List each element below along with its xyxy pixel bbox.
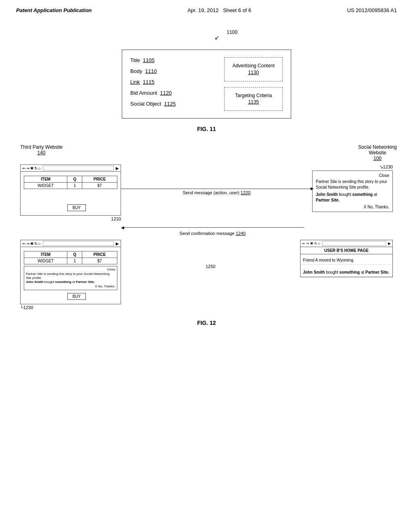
fig12-label: FIG. 12 — [12, 320, 401, 326]
confirmation-label: Send confirmation message 1240 — [179, 231, 246, 236]
news-item-1: Friend A moved to Wyoming — [300, 256, 392, 265]
buy-button-top[interactable]: BUY — [67, 204, 86, 211]
embedded-popup: Close Partner Site is sending this story… — [24, 266, 117, 290]
shopping-table-top: ITEM Q PRICE WIDGET 1 $7 — [24, 176, 117, 189]
field-bid-amount: Bid Amount 1120 — [130, 90, 216, 96]
stop-icon-2: ✖ — [30, 241, 33, 246]
snw-header: Social NetworkingWebsite100 — [358, 144, 397, 161]
col-price-2: PRICE — [82, 251, 117, 258]
stop-icon: ✖ — [30, 166, 33, 170]
browser-toolbar-top: ⇐ ⇒ ✖ ↻ ⌂ ▶ — [21, 165, 121, 172]
snw-home-title: USER B'S HOME PAGE — [300, 247, 392, 254]
advertising-content-box: Advertising Content1130 — [224, 57, 283, 81]
label-1210-top: 1210 — [20, 216, 121, 221]
stop-icon-snw: ✖ — [310, 241, 313, 245]
popup-no-thanks[interactable]: X No, Thanks. — [316, 205, 389, 209]
tpw-header: Third Party Website140 — [20, 144, 63, 161]
item-price-2: $7 — [82, 258, 117, 264]
buy-button-bottom[interactable]: BUY — [67, 293, 86, 300]
popup-body: Partner Site is sending this story to yo… — [316, 179, 389, 190]
targeting-criteria-box: Targeting Criteria1135 — [224, 87, 283, 111]
field-title: Title 1105 — [130, 57, 216, 63]
go-icon-2: ▶ — [116, 241, 119, 246]
snw-home-window: ⇐ ⇒ ✖ ↻ ⌂ ▶ USER B'S HOME PAGE Friend A … — [300, 240, 393, 277]
fig11-right-col: Advertising Content1130 Targeting Criter… — [224, 57, 283, 111]
confirmation-arrow-area: ◀ Send confirmation message 1240 — [20, 225, 393, 236]
field-body: Body 1110 — [130, 68, 216, 74]
forward-icon: ⇒ — [26, 166, 29, 170]
fig11-label: FIG. 11 — [197, 126, 216, 132]
fig11-main-box: Title 1105 Body 1110 Link 1115 Bid Amoun… — [122, 50, 291, 118]
field-link: Link 1115 — [130, 79, 216, 85]
fig11-id-label: 1100 — [227, 29, 238, 35]
fig11-diagram: 1100 ↙ Title 1105 Body 1110 Link 1115 Bi… — [122, 29, 291, 118]
label-1250-area: 1250 — [121, 264, 300, 269]
fig11-section: 1100 ↙ Title 1105 Body 1110 Link 1115 Bi… — [0, 17, 413, 140]
popup-dialog: Close Partner Site is sending this story… — [312, 170, 393, 212]
home-icon-snw: ⌂ — [318, 241, 320, 245]
header-left: Patent Application Publication — [16, 7, 92, 13]
field-social-object: Social Object 1125 — [130, 101, 216, 107]
header-right: US 2012/0095836 A1 — [347, 7, 397, 13]
item-name: WIDGET — [24, 183, 67, 189]
table-row-2: WIDGET 1 $7 — [24, 258, 117, 264]
home-icon: ⌂ — [38, 166, 41, 170]
shopping-table-bottom: ITEM Q PRICE WIDGET 1 $7 — [24, 251, 117, 264]
snw-home-toolbar: ⇐ ⇒ ✖ ↻ ⌂ ▶ — [300, 240, 392, 247]
go-icon-snw: ▶ — [388, 241, 391, 245]
item-price: $7 — [82, 183, 117, 189]
col-item-2: ITEM — [24, 251, 67, 258]
refresh-icon-snw: ↻ — [314, 241, 317, 245]
back-icon: ⇐ — [22, 166, 25, 170]
snw-home-page: ⇐ ⇒ ✖ ↻ ⌂ ▶ USER B'S HOME PAGE Friend A … — [300, 240, 393, 277]
tpw-browser-bottom: ⇐ ⇒ ✖ ↻ ⌂ ▶ ITEM Q PRICE — [20, 240, 121, 310]
popup-close-btn[interactable]: Close — [316, 173, 389, 178]
back-icon-2: ⇐ — [22, 241, 25, 246]
fig11-left-col: Title 1105 Body 1110 Link 1115 Bid Amoun… — [130, 57, 216, 111]
patent-header: Patent Application Publication Apr. 19, … — [0, 0, 413, 17]
col-price: PRICE — [82, 176, 117, 183]
label-1250: 1250 — [206, 264, 215, 269]
send-message-label: Send message (action, user) 1220 — [183, 190, 250, 195]
news-item-2: John Smith bought something at Partner S… — [300, 268, 392, 277]
fig11-arrow-down: ↙ — [215, 34, 219, 41]
col-q: Q — [67, 176, 82, 183]
forward-icon-2: ⇒ — [26, 241, 29, 246]
col-item: ITEM — [24, 176, 67, 183]
refresh-icon: ↻ — [34, 166, 38, 170]
send-message-area: ▶ Send message (action, user) 1220 — [121, 189, 312, 195]
tpw-browser-top: ⇐ ⇒ ✖ ↻ ⌂ ▶ ITEM Q PRICE — [20, 164, 121, 221]
home-icon-2: ⌂ — [38, 241, 41, 246]
browser-toolbar-bottom: ⇐ ⇒ ✖ ↻ ⌂ ▶ — [21, 240, 121, 247]
fig12-section: Third Party Website140 Social Networking… — [0, 140, 413, 334]
item-name-2: WIDGET — [24, 258, 67, 264]
refresh-icon-2: ↻ — [34, 241, 38, 246]
popup-action-text: John Smith bought something at Partner S… — [316, 192, 389, 203]
label-1230-bottom: └1230 — [20, 305, 121, 310]
table-row: WIDGET 1 $7 — [24, 183, 117, 189]
header-center: Apr. 19, 2012 Sheet 6 of 6 — [188, 7, 251, 13]
back-icon-snw: ⇐ — [302, 241, 305, 245]
go-icon: ▶ — [116, 166, 119, 170]
forward-icon-snw: ⇒ — [306, 241, 309, 245]
col-q-2: Q — [67, 251, 82, 258]
item-qty: 1 — [67, 183, 82, 189]
item-qty-2: 1 — [67, 258, 82, 264]
tpw-content-top: ITEM Q PRICE WIDGET 1 $7 — [21, 172, 121, 215]
snw-popup-top: ↘1230 Close Partner Site is sending this… — [312, 164, 393, 212]
tpw-content-bottom: ITEM Q PRICE WIDGET 1 $7 — [21, 247, 121, 304]
